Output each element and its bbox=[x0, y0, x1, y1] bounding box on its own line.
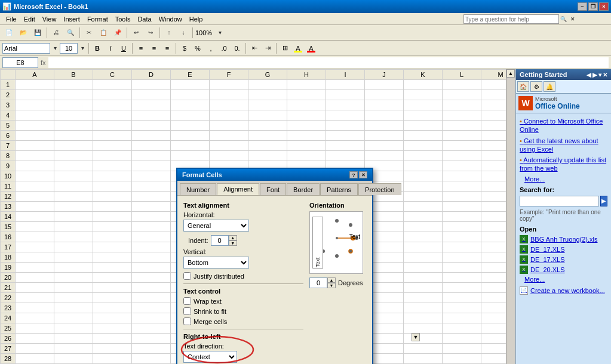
help-area: 🔍 ✕ bbox=[463, 14, 575, 24]
menu-tools[interactable]: Tools bbox=[112, 14, 134, 24]
fmt-sep1 bbox=[88, 43, 89, 54]
vertical-label: Vertical: bbox=[183, 248, 303, 255]
degrees-input[interactable] bbox=[309, 277, 327, 288]
currency-btn[interactable]: $ bbox=[179, 43, 191, 54]
minimize-button[interactable]: − bbox=[578, 2, 587, 11]
degrees-up-btn[interactable]: ▲ bbox=[327, 277, 336, 283]
vertical-text-label: Text bbox=[315, 257, 321, 267]
comma-btn[interactable]: , bbox=[205, 43, 217, 54]
indent-input[interactable] bbox=[211, 235, 229, 246]
align-left-btn[interactable]: ≡ bbox=[135, 43, 147, 54]
title-bar-controls: − ❐ × bbox=[578, 2, 609, 11]
merge-cells-check[interactable] bbox=[183, 317, 191, 325]
menu-edit[interactable]: Edit bbox=[20, 14, 39, 24]
indent-up-btn[interactable]: ▲ bbox=[229, 235, 237, 240]
menu-help[interactable]: Help bbox=[186, 14, 207, 24]
vertical-text-display: Text bbox=[312, 217, 323, 269]
indent-btn[interactable]: ⇤ bbox=[248, 43, 260, 54]
tab-number[interactable]: Number bbox=[180, 183, 216, 195]
format-cells-dialog: Format Cells ? ✕ Number Alignment Font B… bbox=[176, 168, 373, 364]
shrink-to-fit-label: Shrink to fit bbox=[194, 308, 226, 315]
sep5 bbox=[192, 27, 193, 38]
dialog-help-btn[interactable]: ? bbox=[349, 171, 358, 178]
align-center-btn[interactable]: ≡ bbox=[148, 43, 160, 54]
dialog-close-btn[interactable]: ✕ bbox=[359, 171, 367, 178]
preview-btn[interactable]: 🔍 bbox=[64, 27, 77, 39]
menu-view[interactable]: View bbox=[39, 14, 60, 24]
zoom-dropdown[interactable]: ▾ bbox=[213, 27, 226, 39]
fmt-sep5 bbox=[276, 43, 277, 54]
tab-protection[interactable]: Protection bbox=[358, 183, 401, 195]
underline-button[interactable]: U bbox=[118, 43, 130, 54]
standard-toolbar: 📄 📂 💾 🖨 🔍 ✂ 📋 📌 ↩ ↪ ↑ ↓ 100% ▾ bbox=[0, 25, 611, 41]
formula-input[interactable] bbox=[48, 57, 609, 68]
percent-btn[interactable]: % bbox=[192, 43, 204, 54]
dialog-title-text: Format Cells bbox=[182, 171, 222, 178]
sort-asc-btn[interactable]: ↑ bbox=[162, 27, 176, 39]
horizontal-text-label: Text bbox=[349, 233, 360, 240]
menu-format[interactable]: Format bbox=[84, 14, 112, 24]
close-button[interactable]: × bbox=[599, 2, 609, 11]
font-size-input[interactable] bbox=[60, 43, 78, 54]
menu-window[interactable]: Window bbox=[155, 14, 186, 24]
wrap-text-check[interactable] bbox=[183, 297, 191, 305]
decrease-decimal-btn[interactable]: 0. bbox=[231, 43, 243, 54]
degrees-down-btn[interactable]: ▼ bbox=[327, 283, 336, 288]
undo-btn[interactable]: ↩ bbox=[130, 27, 143, 39]
dialog-left-col: Text alignment Horizontal: General Left … bbox=[183, 202, 303, 363]
bold-button[interactable]: B bbox=[91, 43, 103, 54]
indent-label: Indent: bbox=[188, 237, 208, 244]
orientation-widget[interactable]: Text Text bbox=[309, 211, 363, 274]
merge-cells-label: Merge cells bbox=[194, 318, 227, 325]
font-name-dropdown[interactable]: ▾ bbox=[51, 42, 59, 54]
indent-row: Indent: ▲ ▼ bbox=[188, 235, 303, 246]
indent-down-btn[interactable]: ▼ bbox=[229, 240, 237, 246]
tab-patterns[interactable]: Patterns bbox=[320, 183, 358, 195]
cut-btn[interactable]: ✂ bbox=[82, 27, 96, 39]
open-btn[interactable]: 📂 bbox=[17, 27, 30, 39]
name-box[interactable]: E8 bbox=[2, 57, 38, 68]
align-right-btn[interactable]: ≡ bbox=[161, 43, 173, 54]
increase-decimal-btn[interactable]: .0 bbox=[218, 43, 230, 54]
text-direction-label: Text direction: bbox=[183, 343, 303, 350]
shrink-to-fit-check[interactable] bbox=[183, 307, 191, 315]
tab-border[interactable]: Border bbox=[287, 183, 320, 195]
horizontal-row: General Left Center Right bbox=[183, 220, 303, 232]
help-search-btn[interactable]: 🔍 bbox=[560, 16, 567, 22]
fmt-sep3 bbox=[176, 43, 176, 54]
fill-color-btn[interactable]: A bbox=[292, 43, 304, 54]
text-direction-select[interactable]: Context Left-to-Right Right-to-Left bbox=[183, 351, 237, 363]
copy-btn[interactable]: 📋 bbox=[97, 27, 110, 39]
menu-file[interactable]: File bbox=[2, 14, 20, 24]
horizontal-select[interactable]: General Left Center Right bbox=[183, 220, 249, 232]
tab-alignment[interactable]: Alignment bbox=[217, 183, 259, 195]
new-btn[interactable]: 📄 bbox=[2, 27, 16, 39]
restore-button[interactable]: ❐ bbox=[588, 2, 598, 11]
justify-distributed-row: Justify distributed bbox=[183, 272, 303, 280]
print-btn[interactable]: 🖨 bbox=[50, 27, 63, 39]
tab-font[interactable]: Font bbox=[260, 183, 286, 195]
degrees-spinner: ▲ ▼ bbox=[309, 277, 336, 288]
save-btn[interactable]: 💾 bbox=[31, 27, 44, 39]
formula-sep: fx bbox=[41, 59, 46, 66]
font-name-input[interactable] bbox=[2, 43, 50, 54]
italic-button[interactable]: I bbox=[105, 43, 116, 54]
dialog-title-bar[interactable]: Format Cells ? ✕ bbox=[177, 169, 372, 181]
svg-point-5 bbox=[335, 254, 339, 258]
help-close-btn[interactable]: ✕ bbox=[570, 16, 575, 22]
sort-desc-btn[interactable]: ↓ bbox=[177, 27, 190, 39]
help-input[interactable] bbox=[463, 14, 559, 24]
justify-distributed-check[interactable] bbox=[183, 272, 191, 280]
dialog-overlay: Format Cells ? ✕ Number Alignment Font B… bbox=[0, 69, 611, 364]
outdent-btn[interactable]: ⇥ bbox=[262, 43, 274, 54]
font-color-btn[interactable]: A bbox=[305, 43, 317, 54]
vertical-select[interactable]: Top Center Bottom Justify bbox=[183, 257, 249, 269]
orientation-label: Orientation bbox=[309, 202, 366, 209]
menu-insert[interactable]: Insert bbox=[60, 14, 84, 24]
font-size-dropdown[interactable]: ▾ bbox=[79, 42, 86, 54]
dialog-title-buttons: ? ✕ bbox=[349, 171, 367, 178]
paste-btn[interactable]: 📌 bbox=[111, 27, 124, 39]
redo-btn[interactable]: ↪ bbox=[144, 27, 157, 39]
borders-btn[interactable]: ⊞ bbox=[279, 43, 291, 54]
menu-data[interactable]: Data bbox=[134, 14, 155, 24]
